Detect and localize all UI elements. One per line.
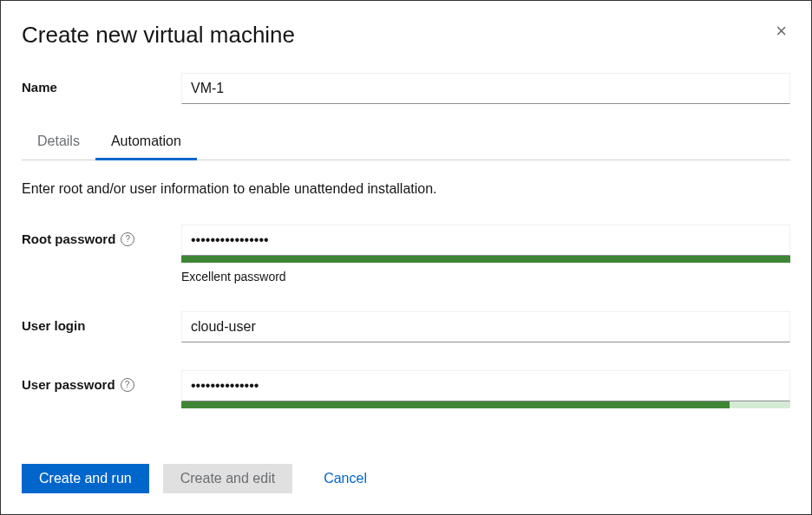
name-input[interactable] (181, 73, 790, 104)
user-password-strength-fill (181, 401, 730, 408)
root-password-label: Root password ? (22, 225, 181, 246)
name-label: Name (22, 73, 181, 95)
user-password-strength-bar (181, 401, 790, 408)
tab-automation[interactable]: Automation (95, 125, 197, 160)
close-icon: × (776, 20, 787, 42)
help-icon[interactable]: ? (121, 378, 134, 392)
cancel-button[interactable]: Cancel (306, 464, 384, 493)
dialog-footer: Create and run Create and edit Cancel (22, 464, 384, 493)
create-and-edit-button[interactable]: Create and edit (163, 464, 292, 493)
root-password-label-text: Root password (22, 231, 115, 246)
create-and-run-button[interactable]: Create and run (22, 464, 149, 493)
help-icon[interactable]: ? (121, 232, 134, 246)
automation-instruction: Enter root and/or user information to en… (22, 181, 790, 197)
tab-details[interactable]: Details (22, 125, 95, 160)
user-login-label: User login (22, 311, 181, 333)
root-password-strength-bar (181, 256, 790, 263)
tabs: Details Automation (22, 125, 790, 160)
dialog-title: Create new virtual machine (22, 22, 295, 49)
user-login-input[interactable] (181, 311, 790, 342)
root-password-strength-fill (181, 256, 790, 263)
root-password-strength-text: Excellent password (181, 270, 790, 284)
user-password-input[interactable] (181, 370, 790, 401)
user-password-label: User password ? (22, 370, 181, 392)
close-button[interactable]: × (772, 22, 790, 41)
user-password-label-text: User password (22, 377, 115, 392)
root-password-input[interactable] (181, 225, 790, 256)
